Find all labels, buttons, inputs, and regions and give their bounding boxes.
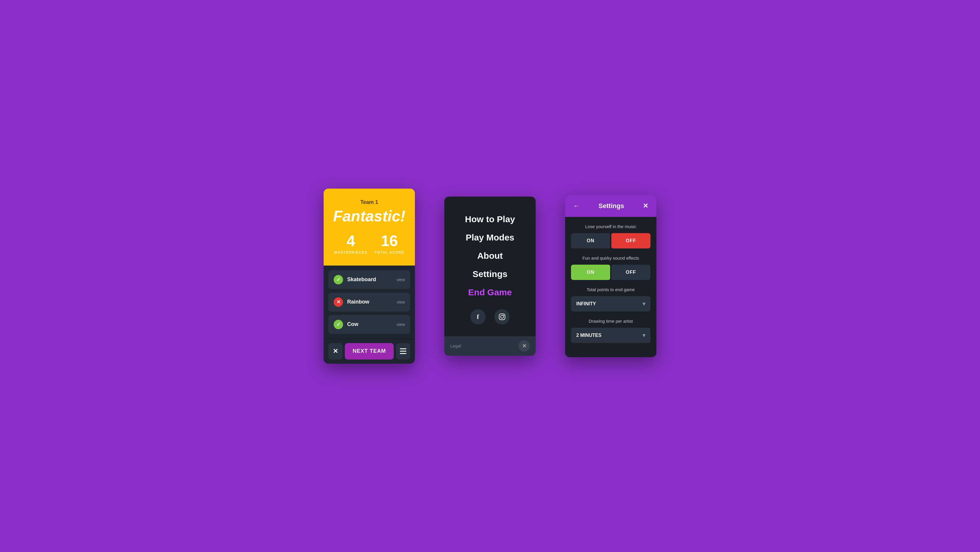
drawing-time-setting: Drawing time per artist 2 MINUTES ▾ (571, 319, 651, 343)
total-score-label: TOTAL SCORE (375, 250, 404, 255)
total-points-label: Total points to end game (571, 287, 651, 292)
total-points-value: INFINITY (576, 301, 596, 306)
sound-effects-label: Fun and quirky sound effects (571, 255, 651, 260)
score-header: Team 1 Fantastic! 4 MASTERPIECES 16 TOTA… (324, 188, 415, 266)
back-button[interactable]: ← (571, 201, 582, 211)
settings-screen: ← Settings ✕ Lose yourself in the music … (565, 195, 656, 357)
close-icon: ✕ (333, 348, 338, 355)
total-score-count: 16 (375, 232, 404, 250)
sound-effects-setting: Fun and quirky sound effects ON OFF (571, 255, 651, 280)
close-button[interactable]: ✕ (328, 343, 342, 359)
score-title: Fantastic! (331, 207, 408, 225)
menu-item-end-game[interactable]: End Game (468, 287, 512, 297)
view-link-cow[interactable]: view (397, 322, 405, 327)
settings-body: Lose yourself in the music ON OFF Fun an… (565, 217, 656, 357)
drawing-name-rainbow: Rainbow (347, 299, 397, 305)
menu-item-how-to-play[interactable]: How to Play (465, 214, 515, 224)
social-links: f (444, 303, 536, 330)
masterpieces-label: MASTERPIECES (334, 250, 368, 255)
drawing-item-cow: ✓ Cow view (328, 315, 410, 334)
menu-item-about[interactable]: About (477, 251, 503, 261)
hamburger-line-3 (400, 353, 406, 354)
facebook-icon[interactable]: f (470, 309, 485, 324)
drawing-time-value: 2 MINUTES (576, 333, 601, 338)
team-label: Team 1 (331, 199, 408, 206)
screens-container: Team 1 Fantastic! 4 MASTERPIECES 16 TOTA… (324, 188, 656, 364)
music-toggle-group: ON OFF (571, 233, 651, 249)
music-off-button[interactable]: OFF (611, 233, 651, 249)
hamburger-line-1 (400, 348, 406, 349)
sound-toggle-group: ON OFF (571, 265, 651, 280)
menu-screen: How to Play Play Modes About Settings En… (444, 196, 536, 356)
menu-button[interactable] (396, 343, 410, 359)
masterpieces-stat: 4 MASTERPIECES (334, 232, 368, 255)
svg-point-1 (501, 315, 504, 318)
next-team-button[interactable]: NEXT TEAM (345, 343, 394, 359)
legal-label: Legal (450, 343, 461, 348)
menu-item-play-modes[interactable]: Play Modes (466, 233, 514, 242)
svg-point-2 (503, 315, 504, 316)
music-setting: Lose yourself in the music ON OFF (571, 224, 651, 249)
close-menu-icon: ✕ (522, 343, 527, 349)
menu-footer: Legal ✕ (444, 336, 536, 356)
drawings-list: ✓ Skateboard view ✕ Rainbow view ✓ Cow v… (324, 266, 415, 339)
sound-on-button[interactable]: ON (571, 265, 610, 280)
chevron-down-icon-2: ▾ (643, 332, 645, 339)
wrong-icon-rainbow: ✕ (334, 297, 343, 307)
view-link-rainbow[interactable]: view (397, 300, 405, 305)
drawing-time-label: Drawing time per artist (571, 319, 651, 324)
sound-off-button[interactable]: OFF (611, 265, 651, 280)
close-menu-button[interactable]: ✕ (519, 340, 530, 352)
total-points-setting: Total points to end game INFINITY ▾ (571, 287, 651, 311)
next-team-label: NEXT TEAM (353, 348, 386, 354)
score-stats: 4 MASTERPIECES 16 TOTAL SCORE (331, 232, 408, 255)
chevron-down-icon: ▾ (643, 301, 645, 307)
score-footer: ✕ NEXT TEAM (324, 339, 415, 364)
instagram-icon[interactable] (495, 309, 510, 324)
score-screen: Team 1 Fantastic! 4 MASTERPIECES 16 TOTA… (324, 188, 415, 364)
settings-close-button[interactable]: ✕ (641, 201, 651, 211)
svg-rect-0 (499, 314, 505, 320)
correct-icon-skateboard: ✓ (334, 275, 343, 284)
view-link-skateboard[interactable]: view (397, 277, 405, 282)
menu-items-list: How to Play Play Modes About Settings En… (444, 214, 536, 297)
music-label: Lose yourself in the music (571, 224, 651, 229)
menu-item-settings[interactable]: Settings (473, 269, 508, 279)
drawing-time-dropdown[interactable]: 2 MINUTES ▾ (571, 328, 651, 343)
drawing-name-skateboard: Skateboard (347, 276, 397, 282)
masterpieces-count: 4 (334, 232, 368, 250)
settings-header: ← Settings ✕ (565, 195, 656, 217)
drawing-item-skateboard: ✓ Skateboard view (328, 270, 410, 289)
total-points-dropdown[interactable]: INFINITY ▾ (571, 296, 651, 311)
drawing-item-rainbow: ✕ Rainbow view (328, 293, 410, 311)
hamburger-line-2 (400, 351, 406, 352)
settings-title: Settings (599, 202, 624, 210)
drawing-name-cow: Cow (347, 321, 397, 327)
music-on-button[interactable]: ON (571, 233, 610, 249)
total-score-stat: 16 TOTAL SCORE (375, 232, 404, 255)
correct-icon-cow: ✓ (334, 320, 343, 329)
